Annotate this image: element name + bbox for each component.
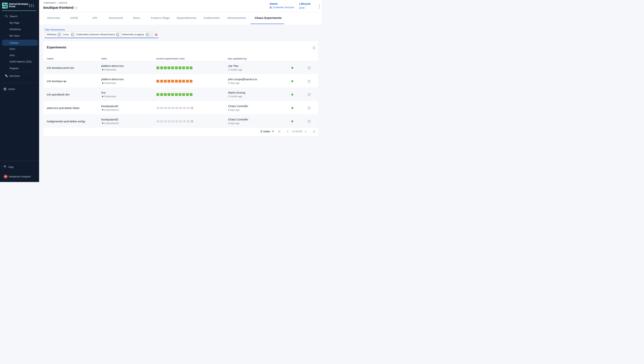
svg-text:?: ? xyxy=(5,166,5,167)
